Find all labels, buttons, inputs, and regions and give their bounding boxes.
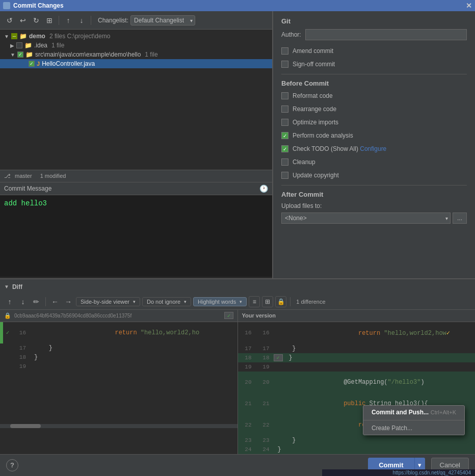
tree-meta-idea: 1 file <box>51 42 64 49</box>
rline-num-23: 23 <box>238 437 256 443</box>
tree-label-hello-controller: HelloController.java <box>42 60 95 67</box>
lock-icon-btn[interactable]: 🔒 <box>275 296 286 307</box>
commit-and-push-item[interactable]: Commit and Push... Ctrl+Alt+K <box>363 406 464 419</box>
rline-num-19b: 19 <box>256 364 274 370</box>
highlight-words-btn[interactable]: Highlight words <box>193 297 247 306</box>
commit-message-section: Commit Message 🕐 add hello3 <box>0 182 272 278</box>
redo-button[interactable]: ↻ <box>31 15 42 26</box>
commit-message-input[interactable]: add hello3 <box>0 195 272 277</box>
sign-off-label: Sign-off commit <box>293 61 335 68</box>
tree-item-hello-controller[interactable]: ✓ J HelloController.java <box>0 59 272 68</box>
reformat-checkbox[interactable] <box>281 92 288 99</box>
upload-select[interactable]: <None> <box>281 213 451 224</box>
configure-link[interactable]: Configure <box>360 145 386 152</box>
tree-meta-src: 1 file <box>145 51 157 58</box>
diff-left-scrollbar-thumb[interactable] <box>10 424 41 428</box>
java-file-icon: J <box>37 61 40 67</box>
upload-settings-button[interactable]: ... <box>453 213 467 224</box>
diff-sep2 <box>290 297 291 306</box>
side-by-side-viewer-btn[interactable]: Side-by-side viewer <box>76 297 140 306</box>
diff-sep1 <box>45 297 46 306</box>
right-line-20: 20 20 @GetMapping("/hello3") <box>238 372 476 393</box>
upload-select-wrapper: <None> <box>281 213 451 224</box>
context-menu-separator <box>363 420 464 420</box>
checkbox-hello-controller[interactable]: ✓ <box>29 61 35 67</box>
optimize-imports-checkbox[interactable] <box>281 119 288 126</box>
do-not-ignore-btn[interactable]: Do not ignore <box>142 297 191 306</box>
diff-content: 🔒 0cb9aaac64bf6439a7b56904cd80a86cccd0e1… <box>0 310 475 454</box>
diff-fwd-btn[interactable]: → <box>63 296 74 307</box>
before-commit-title: Before Commit <box>281 80 467 87</box>
checkbox-src[interactable]: ✓ <box>17 51 23 58</box>
branch-icon: ⎇ <box>4 173 11 179</box>
code-analysis-checkbox[interactable]: ✓ <box>281 132 288 139</box>
check-todo-checkbox[interactable]: ✓ <box>281 145 288 152</box>
help-button[interactable]: ? <box>6 459 18 471</box>
diff-back-btn[interactable]: ← <box>49 296 61 307</box>
diff-up-btn[interactable]: ↑ <box>4 296 15 307</box>
undo-button[interactable]: ↩ <box>17 15 29 26</box>
amend-commit-row: Amend commit <box>281 46 467 56</box>
diff-left-scrollbar[interactable] <box>0 424 238 428</box>
rline-num-22: 22 <box>238 422 256 428</box>
refresh-button[interactable]: ↺ <box>4 15 15 26</box>
amend-commit-checkbox[interactable] <box>281 47 288 55</box>
separator <box>59 16 59 25</box>
tree-item-demo[interactable]: ▼ ─ 📁 demo 2 files C:\project\demo <box>0 32 272 41</box>
after-commit-title: After Commit <box>281 191 467 198</box>
diff-down-btn[interactable]: ↓ <box>17 296 29 307</box>
changelist-select[interactable]: Default Changelist <box>130 15 195 25</box>
rearrange-checkbox[interactable] <box>281 105 288 113</box>
expand-arrow-idea[interactable]: ▶ <box>10 43 14 48</box>
close-button[interactable]: ✕ <box>466 2 472 10</box>
settings-icon-btn[interactable]: ≡ <box>249 296 260 307</box>
cleanup-row: Cleanup <box>281 157 467 167</box>
create-patch-item[interactable]: Create Patch... <box>363 421 464 435</box>
left-line-17: 17 } <box>0 343 238 353</box>
git-section-title: Git <box>281 17 467 25</box>
layout-button[interactable]: ⊞ <box>44 15 55 26</box>
right-line-check[interactable]: ✓ <box>274 354 283 361</box>
folder-icon-src: 📁 <box>25 51 33 58</box>
rline-content-16: return "hello,world2,how✓ <box>274 322 476 344</box>
modified-status: 1 modified <box>40 173 66 179</box>
cleanup-checkbox[interactable] <box>281 158 288 166</box>
divider1 <box>281 74 467 74</box>
right-line-23: 23 23 } <box>238 436 476 445</box>
code-analysis-label: Perform code analysis <box>293 132 353 139</box>
rline-num-24: 24 <box>238 446 256 453</box>
rline-num-22b: 22 <box>256 422 274 428</box>
diff-left-code: ✓ 16 return "hello,world2,ho 17 } <box>0 322 238 424</box>
columns-icon-btn[interactable]: ⊞ <box>262 296 273 307</box>
main-container: ↺ ↩ ↻ ⊞ ↑ ↓ Changelist: Default Changeli… <box>0 11 475 476</box>
move-down-button[interactable]: ↓ <box>76 15 87 26</box>
tree-meta-demo: 2 files C:\project\demo <box>49 33 110 40</box>
diff-edit-btn[interactable]: ✏ <box>31 296 42 307</box>
tree-item-idea[interactable]: ▶ 📁 .idea 1 file <box>0 41 272 50</box>
url-text: https://blog.csdn.net/qq_42745404 <box>393 470 471 475</box>
file-tree: ▼ ─ 📁 demo 2 files C:\project\demo ▶ 📁 .… <box>0 30 272 170</box>
diff-expand-arrow[interactable]: ▼ <box>4 284 9 289</box>
tree-item-src[interactable]: ▼ ✓ 📁 src\main\java\com\example\demo\hel… <box>0 50 272 59</box>
top-section: ↺ ↩ ↻ ⊞ ↑ ↓ Changelist: Default Changeli… <box>0 11 475 278</box>
line-content-17: } <box>30 345 238 352</box>
right-line-16: 16 16 return "hello,world2,how✓ <box>238 322 476 344</box>
author-input[interactable] <box>305 29 467 40</box>
expand-arrow-demo[interactable]: ▼ <box>4 34 9 39</box>
rline-num-17b: 17 <box>256 346 274 352</box>
clock-icon: 🕐 <box>259 184 268 193</box>
update-copyright-checkbox[interactable] <box>281 172 288 179</box>
line-num-19: 19 <box>12 363 30 369</box>
move-up-button[interactable]: ↑ <box>63 15 74 26</box>
sign-off-checkbox[interactable] <box>281 61 288 68</box>
checkbox-demo[interactable]: ─ <box>11 33 17 39</box>
left-line-18: 18 } <box>0 353 238 362</box>
check-todo-row: ✓ Check TODO (Show All) Configure <box>281 144 467 153</box>
expand-arrow-src[interactable]: ▼ <box>10 52 15 58</box>
diff-right-file-bar: Your version <box>238 310 476 322</box>
rline-num-21b: 21 <box>256 401 274 407</box>
tree-label-demo: demo <box>29 33 45 40</box>
title-bar: Commit Changes ✕ <box>0 0 475 11</box>
checkbox-idea[interactable] <box>16 42 22 48</box>
diff-title[interactable]: Diff <box>12 283 22 290</box>
